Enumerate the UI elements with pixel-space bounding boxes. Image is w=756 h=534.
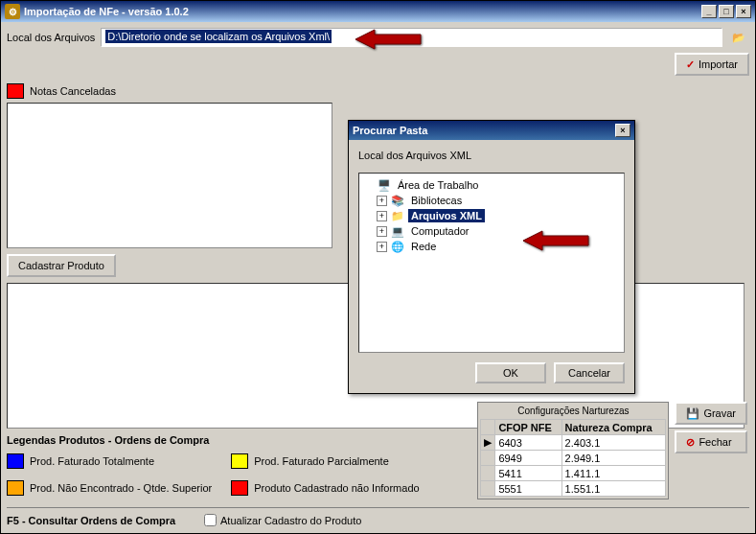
- folder-icon: 📁: [390, 209, 405, 222]
- table-row[interactable]: 55511.551.1: [481, 481, 666, 497]
- legend-nao-encontrado: Prod. Não Encontrado - Qtde. Superior: [7, 480, 212, 496]
- orange-swatch: [7, 480, 24, 496]
- save-icon: 💾: [686, 407, 699, 420]
- right-bottom-group: Configurações Narturezas CFOP NFE Nature…: [477, 402, 747, 499]
- faturado-total-label: Prod. Faturado Totalmente: [30, 455, 154, 467]
- app-icon: ⚙: [5, 4, 20, 19]
- red-arrow-annotation: [355, 28, 423, 53]
- no-entry-icon: ⊘: [686, 436, 695, 449]
- dialog-title: Procurar Pasta: [353, 125, 615, 136]
- desktop-label: Área de Trabalho: [395, 178, 481, 192]
- col-natureza[interactable]: Natureza Compra: [561, 420, 666, 435]
- svg-marker-1: [523, 231, 588, 250]
- red-arrow-annotation: [523, 229, 590, 254]
- table-row[interactable]: ▶64032.403.1: [481, 435, 666, 451]
- check-icon: ✓: [686, 58, 695, 71]
- fechar-label: Fechar: [699, 436, 731, 448]
- tree-item-libraries[interactable]: + 📚 Bibliotecas: [377, 193, 620, 208]
- libraries-label: Bibliotecas: [408, 194, 465, 207]
- table-row[interactable]: 54111.411.1: [481, 466, 666, 481]
- config-naturezas-group: Configurações Narturezas CFOP NFE Nature…: [477, 402, 669, 499]
- legend-nao-informado: Produto Cadastrado não Informado: [231, 480, 419, 496]
- cadastrar-produto-button[interactable]: Cadastrar Produto: [7, 254, 116, 277]
- folder-open-icon: 📂: [732, 32, 745, 44]
- nao-informado-label: Produto Cadastrado não Informado: [254, 482, 419, 494]
- tree-item-desktop[interactable]: 🖥️ Área de Trabalho: [363, 177, 620, 193]
- notes-list-panel[interactable]: [7, 103, 332, 248]
- legend-canceladas: Notas Canceladas: [7, 83, 749, 99]
- titlebar: ⚙ Importação de NFe - versão 1.0.2 _ □ ×: [1, 1, 755, 22]
- config-title: Configurações Narturezas: [480, 405, 666, 417]
- network-icon: 🌐: [390, 240, 405, 253]
- action-buttons-col: 💾 Gravar ⊘ Fechar: [675, 402, 747, 453]
- expand-icon[interactable]: +: [377, 211, 387, 221]
- close-button[interactable]: ×: [736, 5, 751, 18]
- tree-item-xml[interactable]: + 📁 Arquivos XML: [377, 208, 620, 223]
- path-value: D:\Diretorio onde se localizam os Arquiv…: [105, 30, 332, 43]
- table-row[interactable]: 69492.949.1: [481, 451, 666, 466]
- faturado-parcial-label: Prod. Faturado Parcialmente: [254, 455, 389, 467]
- nao-encontrado-label: Prod. Não Encontrado - Qtde. Superior: [30, 482, 212, 494]
- status-bar: F5 - Consultar Ordens de Compra Atualiza…: [7, 507, 749, 526]
- atualizar-label: Atualizar Cadastro do Produto: [220, 515, 361, 526]
- cadastrar-label: Cadastrar Produto: [18, 260, 104, 271]
- gravar-button[interactable]: 💾 Gravar: [675, 402, 747, 425]
- dialog-body: Local dos Arquivos XML 🖥️ Área de Trabal…: [349, 140, 634, 393]
- yellow-swatch: [231, 453, 248, 469]
- canceladas-label: Notas Canceladas: [30, 85, 116, 97]
- dialog-buttons: OK Cancelar: [358, 362, 625, 383]
- dialog-close-button[interactable]: ×: [615, 124, 630, 137]
- ok-button[interactable]: OK: [475, 362, 546, 383]
- col-cfop[interactable]: CFOP NFE: [495, 420, 561, 435]
- legend-faturado-total: Prod. Faturado Totalmente: [7, 453, 212, 469]
- legend-col-1: Prod. Faturado Totalmente Prod. Não Enco…: [7, 450, 212, 499]
- row-marker-header: [481, 420, 495, 435]
- import-label: Importar: [699, 58, 738, 70]
- gravar-label: Gravar: [703, 407, 736, 419]
- dialog-titlebar[interactable]: Procurar Pasta ×: [349, 121, 634, 140]
- window-title: Importação de NFe - versão 1.0.2: [24, 6, 701, 17]
- svg-marker-0: [355, 30, 421, 49]
- network-label: Rede: [408, 240, 439, 253]
- import-button[interactable]: ✓ Importar: [675, 53, 749, 76]
- maximize-button[interactable]: □: [719, 5, 734, 18]
- red-swatch-2: [231, 480, 248, 496]
- config-table[interactable]: CFOP NFE Natureza Compra ▶64032.403.1 69…: [480, 419, 666, 497]
- dialog-label: Local dos Arquivos XML: [358, 150, 625, 161]
- desktop-icon: 🖥️: [377, 178, 392, 192]
- browse-folder-dialog: Procurar Pasta × Local dos Arquivos XML …: [348, 120, 635, 394]
- path-label: Local dos Arquivos: [7, 32, 95, 43]
- browse-button[interactable]: 📂: [728, 28, 749, 47]
- atualizar-checkbox[interactable]: [204, 514, 217, 526]
- expand-icon[interactable]: +: [377, 196, 387, 206]
- legend-faturado-parcial: Prod. Faturado Parcialmente: [231, 453, 419, 469]
- window-controls: _ □ ×: [701, 5, 751, 18]
- expand-icon[interactable]: +: [377, 226, 387, 237]
- blue-swatch: [7, 453, 24, 469]
- libraries-icon: 📚: [390, 194, 405, 207]
- atualizar-checkbox-wrap[interactable]: Atualizar Cadastro do Produto: [204, 514, 361, 526]
- cancel-button[interactable]: Cancelar: [554, 362, 625, 383]
- computer-icon: 💻: [390, 224, 405, 238]
- legend-col-2: Prod. Faturado Parcialmente Produto Cada…: [231, 450, 419, 499]
- f5-hint: F5 - Consultar Ordens de Compra: [7, 515, 175, 526]
- fechar-button[interactable]: ⊘ Fechar: [675, 430, 747, 453]
- minimize-button[interactable]: _: [701, 5, 717, 18]
- expand-icon[interactable]: +: [377, 242, 387, 252]
- red-swatch: [7, 83, 24, 99]
- folder-tree[interactable]: 🖥️ Área de Trabalho + 📚 Bibliotecas + 📁 …: [358, 173, 625, 353]
- import-row: ✓ Importar: [7, 53, 749, 76]
- main-window: ⚙ Importação de NFe - versão 1.0.2 _ □ ×…: [0, 0, 756, 534]
- computer-label: Computador: [408, 224, 472, 238]
- xml-label: Arquivos XML: [408, 209, 485, 222]
